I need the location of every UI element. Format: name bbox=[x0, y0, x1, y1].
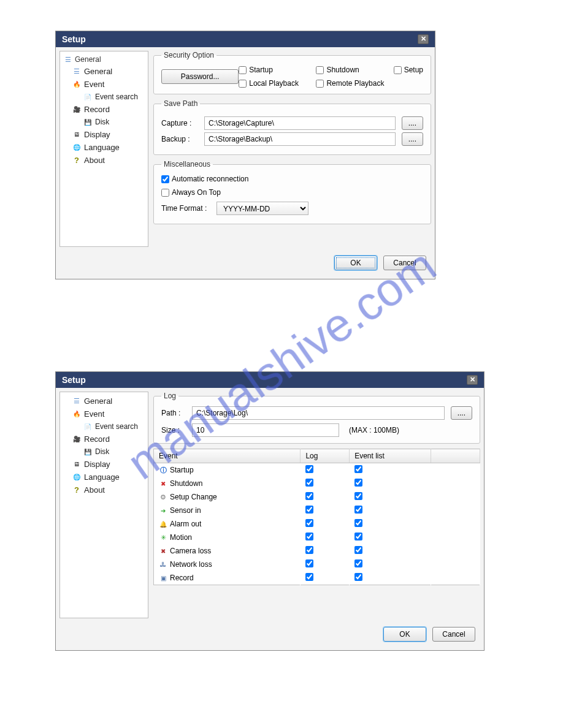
backup-label: Backup : bbox=[161, 135, 198, 143]
log-checkbox[interactable] bbox=[305, 479, 313, 487]
titlebar: Setup ✕ bbox=[56, 31, 435, 47]
row-name: Sensor in bbox=[170, 506, 201, 515]
display-icon bbox=[72, 460, 81, 469]
log-checkbox[interactable] bbox=[305, 559, 313, 567]
row-name: Setup Change bbox=[170, 493, 217, 501]
nav-about[interactable]: About bbox=[61, 154, 147, 167]
log-checkbox[interactable] bbox=[305, 519, 313, 527]
capture-path-input[interactable] bbox=[204, 116, 396, 130]
security-shutdown[interactable]: Shutdown bbox=[316, 66, 393, 74]
nav-display[interactable]: Display bbox=[61, 458, 147, 471]
nav-event-search[interactable]: Event search bbox=[61, 420, 147, 433]
nav-display[interactable]: Display bbox=[61, 128, 147, 141]
time-format-select[interactable]: YYYY-MM-DD bbox=[216, 202, 308, 215]
password-button[interactable]: Password... bbox=[161, 69, 239, 84]
security-startup[interactable]: Startup bbox=[239, 66, 316, 74]
table-row: Startup bbox=[154, 463, 480, 477]
always-on-top[interactable]: Always On Top bbox=[161, 188, 423, 197]
row-icon bbox=[159, 493, 167, 501]
log-path-label: Path : bbox=[161, 409, 186, 417]
always-on-top-checkbox[interactable] bbox=[161, 189, 169, 197]
close-button[interactable]: ✕ bbox=[467, 375, 478, 385]
ok-button[interactable]: OK bbox=[334, 256, 377, 270]
browse-log-button[interactable]: .... bbox=[451, 406, 472, 420]
col-event: Event bbox=[154, 449, 301, 463]
ok-button[interactable]: OK bbox=[383, 627, 426, 642]
nav-record[interactable]: Record bbox=[61, 103, 147, 116]
log-max-label: (MAX : 100MB) bbox=[345, 426, 399, 434]
save-path-group: Save Path Capture : .... Backup : .... bbox=[153, 99, 431, 155]
cancel-button[interactable]: Cancel bbox=[432, 627, 475, 642]
log-checkbox[interactable] bbox=[305, 506, 313, 514]
eventlist-checkbox[interactable] bbox=[354, 479, 362, 487]
language-icon bbox=[72, 143, 81, 152]
auto-reconn[interactable]: Automatic reconnection bbox=[161, 175, 423, 183]
eventlist-checkbox[interactable] bbox=[354, 559, 362, 567]
row-icon bbox=[159, 560, 167, 569]
log-group: Log Path : .... Size : (MAX : 100MB) bbox=[153, 392, 480, 444]
nav-general[interactable]: General bbox=[61, 65, 147, 78]
security-remote-playback[interactable]: Remote Playback bbox=[316, 79, 393, 88]
nav-about[interactable]: About bbox=[61, 483, 147, 496]
browse-backup-button[interactable]: .... bbox=[402, 132, 423, 146]
misc-group: Miscellaneous Automatic reconnection Alw… bbox=[153, 160, 431, 224]
cancel-button[interactable]: Cancel bbox=[383, 256, 426, 270]
table-row: Motion bbox=[154, 531, 480, 544]
log-checkbox[interactable] bbox=[305, 492, 313, 500]
log-checkbox[interactable] bbox=[305, 465, 313, 473]
log-checkbox[interactable] bbox=[305, 546, 313, 554]
eventlist-checkbox[interactable] bbox=[354, 546, 362, 554]
event-icon bbox=[72, 410, 81, 419]
general-icon bbox=[72, 67, 81, 76]
about-icon bbox=[72, 486, 81, 495]
security-legend: Security Option bbox=[161, 51, 216, 59]
nav-general[interactable]: General bbox=[61, 395, 147, 408]
eventlist-checkbox[interactable] bbox=[354, 533, 362, 540]
dialog-title: Setup bbox=[62, 34, 86, 44]
row-name: Alarm out bbox=[170, 520, 201, 528]
table-row: Alarm out bbox=[154, 517, 480, 531]
log-checkbox[interactable] bbox=[305, 533, 313, 540]
eventlist-checkbox[interactable] bbox=[354, 573, 362, 581]
row-icon bbox=[159, 574, 167, 582]
log-path-input[interactable] bbox=[192, 406, 445, 420]
startup-checkbox[interactable] bbox=[239, 66, 247, 74]
titlebar: Setup ✕ bbox=[56, 372, 484, 388]
col-log: Log bbox=[301, 449, 350, 463]
setup-checkbox[interactable] bbox=[394, 66, 402, 74]
eventlist-checkbox[interactable] bbox=[354, 519, 362, 527]
shutdown-checkbox[interactable] bbox=[316, 66, 324, 74]
log-checkbox[interactable] bbox=[305, 573, 313, 581]
eventlist-checkbox[interactable] bbox=[354, 506, 362, 514]
nav-record[interactable]: Record bbox=[61, 433, 147, 446]
backup-path-input[interactable] bbox=[204, 132, 396, 146]
security-setup[interactable]: Setup bbox=[394, 66, 423, 74]
local-playback-checkbox[interactable] bbox=[239, 80, 247, 88]
nav-disk[interactable]: Disk bbox=[61, 116, 147, 128]
log-size-input[interactable] bbox=[192, 423, 339, 437]
nav-event[interactable]: Event bbox=[61, 78, 147, 91]
eventlist-checkbox[interactable] bbox=[354, 465, 362, 473]
row-icon bbox=[159, 533, 167, 542]
setup-dialog-event: Setup ✕ General Event Event search Recor… bbox=[55, 371, 484, 651]
remote-playback-checkbox[interactable] bbox=[316, 80, 324, 88]
close-button[interactable]: ✕ bbox=[418, 34, 429, 44]
capture-label: Capture : bbox=[161, 119, 198, 127]
disk-icon bbox=[83, 118, 92, 126]
security-local-playback[interactable]: Local Playback bbox=[239, 79, 316, 88]
setup-dialog-general: Setup ✕ General General Event Event sear… bbox=[55, 31, 435, 279]
nav-event-search[interactable]: Event search bbox=[61, 91, 147, 103]
browse-capture-button[interactable]: .... bbox=[402, 116, 423, 130]
nav-disk[interactable]: Disk bbox=[61, 446, 147, 458]
table-row: Record bbox=[154, 571, 480, 585]
search-icon bbox=[83, 422, 92, 431]
nav-language[interactable]: Language bbox=[61, 141, 147, 154]
misc-legend: Miscellaneous bbox=[161, 160, 213, 169]
nav-event[interactable]: Event bbox=[61, 408, 147, 420]
auto-reconn-checkbox[interactable] bbox=[161, 175, 169, 183]
security-option-group: Security Option Startup Shutdown Setup P… bbox=[153, 51, 431, 94]
row-name: Startup bbox=[170, 466, 194, 474]
eventlist-checkbox[interactable] bbox=[354, 492, 362, 500]
nav-tree: General General Event Event search Recor… bbox=[59, 51, 148, 247]
nav-language[interactable]: Language bbox=[61, 471, 147, 483]
